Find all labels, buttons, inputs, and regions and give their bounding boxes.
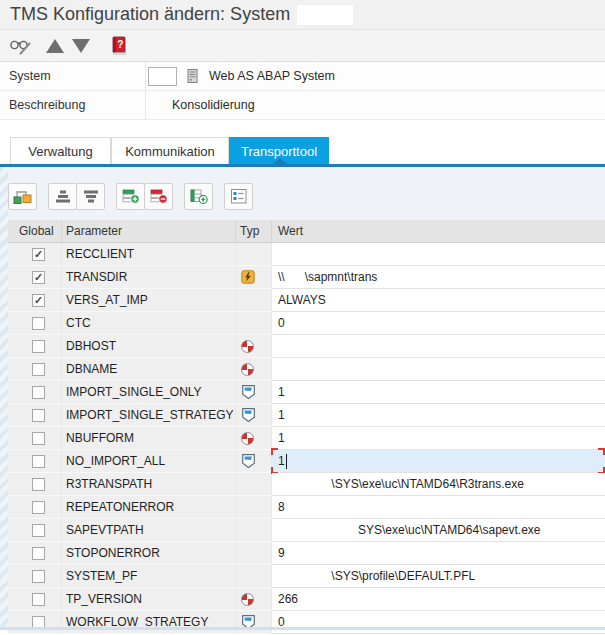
table-row: IMPORT_SINGLE_STRATEGY 1 (8, 404, 605, 427)
wert-cell[interactable]: 8 (272, 496, 605, 519)
shield-icon (241, 453, 256, 469)
table-row: WORKFLOW_STRATEGY 0 (8, 611, 605, 634)
parameter-cell: CTC (62, 312, 236, 335)
parameter-cell: DBNAME (62, 358, 236, 381)
table-row: R3TRANSPATH \SYS\exe\uc\NTAMD64\R3trans.… (8, 473, 605, 496)
sort-ascending-button[interactable] (48, 183, 77, 210)
typ-cell (236, 450, 272, 473)
quartered-circle-icon (241, 432, 254, 445)
typ-cell (236, 335, 272, 358)
wert-value: 1 (278, 385, 285, 399)
checkbox-unchecked[interactable] (32, 593, 45, 606)
parameter-table: Global Parameter Typ Wert ✓RECCLIENT✓TRA… (8, 220, 605, 634)
quartered-circle-icon (241, 363, 254, 376)
wert-cell[interactable]: \SYS\profile\DEFAULT.PFL (272, 565, 605, 588)
wert-cell[interactable]: \\ \sapmnt\trans (272, 266, 605, 289)
wert-cell[interactable]: ALWAYS (272, 289, 605, 312)
wert-cell[interactable]: SYS\exe\uc\NTAMD64\sapevt.exe (272, 519, 605, 542)
next-button[interactable] (68, 34, 94, 58)
checkbox-unchecked[interactable] (32, 478, 45, 491)
checkbox-unchecked[interactable] (32, 501, 45, 514)
wert-cell[interactable]: \SYS\exe\uc\NTAMD64\R3trans.exe (272, 473, 605, 496)
tab-gap (0, 120, 605, 137)
parameter-cell: TRANSDIR (62, 266, 236, 289)
wert-value: ALWAYS (278, 293, 326, 307)
typ-cell (236, 542, 272, 565)
quartered-circle-icon (241, 593, 254, 606)
table-row: DBNAME (8, 358, 605, 381)
system-id-input[interactable] (148, 67, 177, 86)
page-title: TMS Konfiguration ändern: System (10, 4, 290, 25)
typ-cell (236, 496, 272, 519)
header-form: System Web AS ABAP System Beschreibung K… (0, 62, 605, 120)
table-row: STOPONERROR9 (8, 542, 605, 565)
system-type-text: Web AS ABAP System (209, 69, 335, 83)
checkbox-checked[interactable]: ✓ (32, 294, 45, 307)
hierarchy-view-button[interactable] (8, 183, 37, 210)
insert-row-button[interactable] (116, 183, 145, 210)
tab-kommunikation[interactable]: Kommunikation (111, 137, 229, 164)
delete-row-button[interactable] (144, 183, 173, 210)
global-cell (8, 358, 62, 381)
checkbox-unchecked[interactable] (32, 570, 45, 583)
shield-icon (241, 407, 256, 423)
global-cell (8, 588, 62, 611)
checkbox-checked[interactable]: ✓ (32, 248, 45, 261)
wert-cell[interactable]: 9 (272, 542, 605, 565)
wert-cell[interactable]: 1 (272, 450, 605, 473)
global-cell (8, 519, 62, 542)
typ-cell (236, 588, 272, 611)
glasses-pencil-icon (9, 37, 33, 55)
tab-verwaltung[interactable]: Verwaltung (10, 137, 111, 164)
description-row: Beschreibung Konsolidierung (0, 91, 605, 120)
wert-cell[interactable]: 1 (272, 381, 605, 404)
tab-strip: Verwaltung Kommunikation Transporttool (0, 137, 605, 167)
parameter-cell: SAPEVTPATH (62, 519, 236, 542)
details-button[interactable] (224, 183, 253, 210)
column-header-parameter: Parameter (62, 220, 236, 242)
wert-cell[interactable]: 1 (272, 404, 605, 427)
column-header-typ: Typ (236, 220, 272, 242)
checkbox-unchecked[interactable] (32, 317, 45, 330)
wert-value: 266 (278, 592, 298, 606)
delete-row-icon (150, 188, 168, 205)
append-row-button[interactable] (184, 183, 213, 210)
checkbox-unchecked[interactable] (32, 386, 45, 399)
checkbox-unchecked[interactable] (32, 409, 45, 422)
text-cursor (286, 454, 287, 469)
sort-descending-button[interactable] (76, 183, 105, 210)
wert-cell[interactable]: 0 (272, 312, 605, 335)
checkbox-unchecked[interactable] (32, 363, 45, 376)
parameter-cell: R3TRANSPATH (62, 473, 236, 496)
typ-cell (236, 473, 272, 496)
hierarchy-icon (12, 188, 33, 206)
typ-cell (236, 611, 272, 634)
wert-cell[interactable]: 0 (272, 611, 605, 634)
global-cell (8, 542, 62, 565)
wert-cell[interactable]: 1 (272, 427, 605, 450)
triangle-up-icon (46, 39, 64, 53)
wert-value: 8 (278, 500, 285, 514)
red-book-icon: ? (111, 36, 127, 55)
selection-corner-marker (271, 448, 278, 455)
checkbox-unchecked[interactable] (32, 547, 45, 560)
documentation-button[interactable]: ? (106, 34, 132, 58)
parameter-cell: TP_VERSION (62, 588, 236, 611)
system-label: System (0, 62, 146, 90)
table-row: ✓VERS_AT_IMPALWAYS (8, 289, 605, 312)
checkbox-unchecked[interactable] (32, 524, 45, 537)
typ-cell (236, 404, 272, 427)
parameter-cell: REPEATONERROR (62, 496, 236, 519)
wert-cell[interactable]: 266 (272, 588, 605, 611)
previous-button[interactable] (42, 34, 68, 58)
checkbox-checked[interactable]: ✓ (32, 271, 45, 284)
wert-cell[interactable] (272, 243, 605, 266)
footer-strip (0, 627, 605, 630)
checkbox-unchecked[interactable] (32, 455, 45, 468)
checkbox-unchecked[interactable] (32, 432, 45, 445)
display-change-button[interactable] (8, 34, 34, 58)
wert-cell[interactable] (272, 335, 605, 358)
checkbox-unchecked[interactable] (32, 340, 45, 353)
wert-cell[interactable] (272, 358, 605, 381)
wert-value: 0 (278, 316, 285, 330)
